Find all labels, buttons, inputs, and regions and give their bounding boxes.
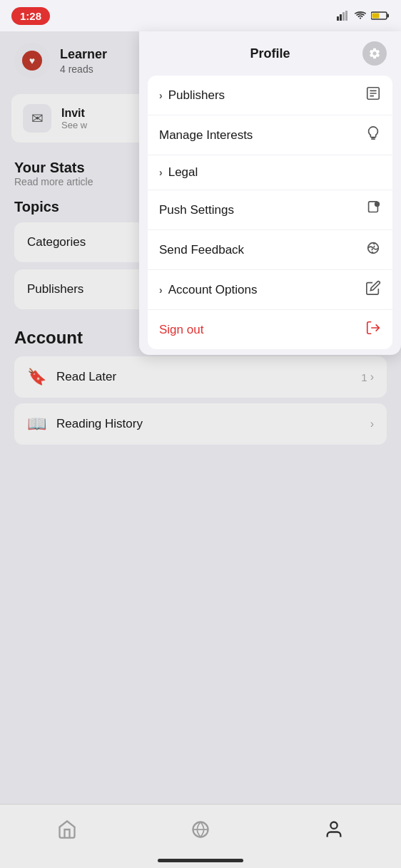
svg-rect-6 <box>372 14 380 19</box>
push-settings-label: Push Settings <box>159 203 234 217</box>
menu-list: › Publishers Manage Interests <box>148 76 392 349</box>
menu-item-manage-interests-left: Manage Interests <box>159 128 253 143</box>
publishers-menu-label: Publishers <box>168 88 225 103</box>
svg-rect-1 <box>340 14 342 21</box>
status-time: 1:28 <box>11 7 50 25</box>
push-settings-icon <box>365 200 381 219</box>
menu-item-push-settings-left: Push Settings <box>159 203 234 217</box>
menu-item-sign-out-left: Sign out <box>159 323 203 337</box>
menu-item-send-feedback-left: Send Feedback <box>159 243 244 257</box>
profile-header: Profile <box>139 31 401 73</box>
status-bar: 1:28 <box>0 0 401 31</box>
battery-icon <box>371 11 390 21</box>
menu-item-publishers[interactable]: › Publishers <box>148 76 392 115</box>
menu-item-push-settings[interactable]: Push Settings <box>148 190 392 230</box>
menu-item-sign-out[interactable]: Sign out <box>148 310 392 349</box>
menu-item-send-feedback[interactable]: Send Feedback <box>148 230 392 270</box>
menu-item-publishers-left: › Publishers <box>159 88 225 103</box>
menu-item-manage-interests[interactable]: Manage Interests <box>148 115 392 155</box>
svg-rect-3 <box>345 11 347 21</box>
chevron-legal-icon: › <box>159 167 163 178</box>
svg-rect-2 <box>342 12 345 21</box>
svg-rect-5 <box>387 14 390 18</box>
publishers-icon <box>365 86 381 105</box>
menu-item-legal-left: › Legal <box>159 165 198 180</box>
menu-item-account-options[interactable]: › Account Options <box>148 270 392 310</box>
feedback-icon <box>365 240 381 259</box>
menu-item-legal[interactable]: › Legal <box>148 155 392 190</box>
edit-icon <box>365 280 381 299</box>
svg-rect-0 <box>337 16 339 21</box>
profile-panel: Profile › Publishers <box>139 31 401 355</box>
send-feedback-label: Send Feedback <box>159 243 244 257</box>
signal-icon <box>337 11 350 21</box>
account-options-label: Account Options <box>168 283 258 297</box>
lightbulb-icon <box>365 125 381 145</box>
sign-out-label: Sign out <box>159 323 203 337</box>
profile-title: Profile <box>178 46 362 61</box>
menu-item-account-options-left: › Account Options <box>159 283 257 297</box>
status-icons <box>337 11 390 21</box>
legal-label: Legal <box>168 165 198 180</box>
wifi-icon <box>354 11 367 21</box>
sign-out-icon <box>365 320 381 339</box>
manage-interests-label: Manage Interests <box>159 128 253 143</box>
gear-button[interactable] <box>362 41 387 66</box>
gear-icon <box>368 47 381 60</box>
chevron-publishers-icon: › <box>159 90 163 101</box>
chevron-account-icon: › <box>159 284 163 296</box>
svg-point-14 <box>375 202 380 207</box>
